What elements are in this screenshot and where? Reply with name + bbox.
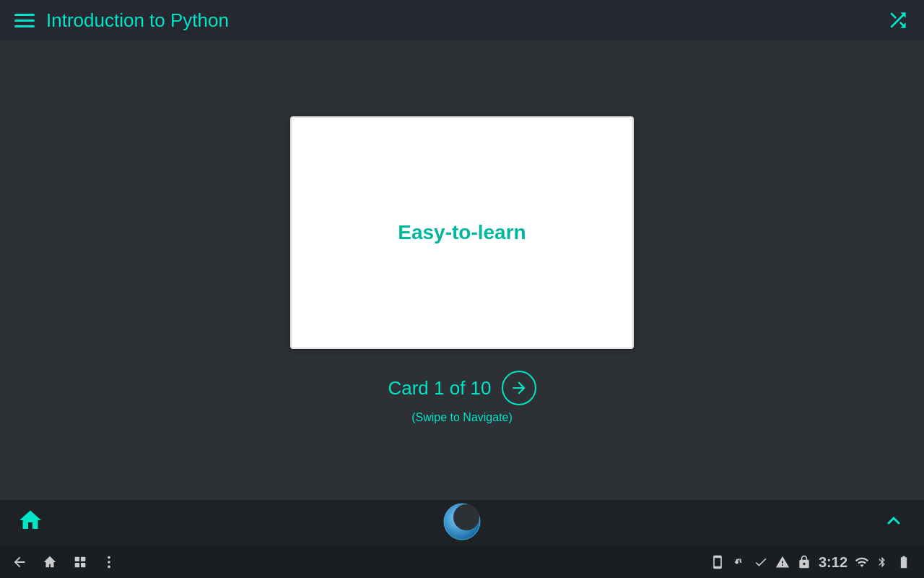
back-button[interactable] <box>12 554 27 570</box>
crescent-logo <box>443 503 481 543</box>
lock-icon <box>797 555 811 569</box>
svg-point-6 <box>108 556 110 559</box>
header-left: Introduction to Python <box>14 9 229 32</box>
svg-rect-5 <box>81 563 85 567</box>
check-icon <box>754 555 768 569</box>
menu-button[interactable] <box>14 14 35 27</box>
card-counter: Card 1 of 10 <box>388 377 491 400</box>
card-text: Easy-to-learn <box>398 221 526 244</box>
usb-icon <box>732 555 746 569</box>
svg-point-7 <box>108 561 110 564</box>
warning-icon <box>775 555 790 569</box>
system-bar: 3:12 <box>0 546 924 578</box>
card-navigation: Card 1 of 10 (Swipe to Navigate) <box>388 371 536 424</box>
card-counter-row: Card 1 of 10 <box>388 371 536 405</box>
flashcard[interactable]: Easy-to-learn <box>290 116 634 349</box>
wifi-icon <box>855 555 869 569</box>
main-content: Easy-to-learn Card 1 of 10 (Swipe to Nav… <box>0 40 924 500</box>
chevron-up-icon <box>881 508 907 534</box>
system-time: 3:12 <box>819 554 847 571</box>
svg-rect-3 <box>81 557 85 561</box>
home-button[interactable] <box>17 507 43 539</box>
sys-home-button[interactable] <box>42 554 58 570</box>
next-arrow-icon <box>510 379 528 397</box>
device-icon <box>710 555 725 569</box>
scroll-up-button[interactable] <box>881 508 907 539</box>
crescent-icon <box>443 503 481 540</box>
bluetooth-icon <box>876 555 888 569</box>
home-icon <box>17 507 43 533</box>
next-card-button[interactable] <box>502 371 536 405</box>
svg-rect-4 <box>75 563 79 567</box>
battery-icon <box>895 555 912 569</box>
svg-point-8 <box>108 566 110 569</box>
bottom-bar <box>0 500 924 546</box>
header: Introduction to Python <box>0 0 924 40</box>
svg-point-1 <box>453 504 479 530</box>
app-title: Introduction to Python <box>46 9 229 32</box>
shuffle-button[interactable] <box>886 9 910 32</box>
hamburger-line-1 <box>14 14 35 16</box>
system-left-controls <box>12 554 116 570</box>
hamburger-line-3 <box>14 25 35 27</box>
system-right-status: 3:12 <box>710 554 912 571</box>
sys-menu-button[interactable] <box>103 554 116 570</box>
swipe-hint: (Swipe to Navigate) <box>411 411 513 424</box>
shuffle-icon <box>886 9 910 32</box>
arrow-right-icon <box>510 379 528 397</box>
svg-rect-2 <box>75 557 79 561</box>
hamburger-line-2 <box>14 20 35 22</box>
recents-button[interactable] <box>72 554 88 570</box>
